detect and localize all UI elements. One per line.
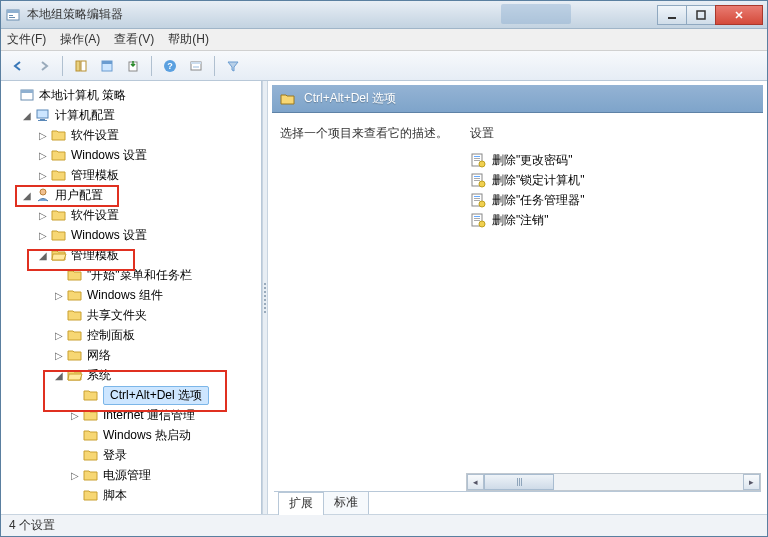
tree-item[interactable]: "开始"菜单和任务栏 bbox=[51, 265, 259, 285]
expand-icon[interactable]: ▷ bbox=[53, 330, 65, 341]
collapse-icon[interactable]: ◢ bbox=[21, 110, 33, 121]
tree-label: Ctrl+Alt+Del 选项 bbox=[103, 386, 209, 405]
tab-extended[interactable]: 扩展 bbox=[278, 492, 324, 515]
tabs-container: 扩展 标准 bbox=[274, 491, 761, 514]
scroll-left-button[interactable]: ◂ bbox=[467, 474, 484, 490]
folder-open-icon bbox=[67, 367, 83, 383]
expand-icon[interactable]: ▷ bbox=[37, 130, 49, 141]
close-button[interactable] bbox=[715, 5, 763, 25]
expand-icon[interactable]: ▷ bbox=[53, 290, 65, 301]
expand-icon[interactable]: ▷ bbox=[69, 470, 81, 481]
svg-rect-39 bbox=[474, 218, 480, 219]
setting-label: 删除"锁定计算机" bbox=[492, 172, 585, 189]
svg-rect-17 bbox=[21, 90, 33, 93]
folder-icon bbox=[67, 267, 83, 283]
folder-icon bbox=[67, 327, 83, 343]
tree-item[interactable]: ▷Internet 通信管理 bbox=[67, 405, 259, 425]
folder-icon bbox=[51, 227, 67, 243]
maximize-button[interactable] bbox=[686, 5, 716, 25]
properties-button[interactable] bbox=[96, 55, 118, 77]
folder-icon bbox=[83, 487, 99, 503]
setting-item[interactable]: 删除"任务管理器" bbox=[470, 190, 755, 210]
expand-icon[interactable]: ▷ bbox=[37, 210, 49, 221]
scroll-right-button[interactable]: ▸ bbox=[743, 474, 760, 490]
setting-label: 删除"注销" bbox=[492, 212, 549, 229]
policy-icon bbox=[19, 87, 35, 103]
collapse-icon[interactable]: ◢ bbox=[37, 250, 49, 261]
tree-label: 登录 bbox=[103, 447, 127, 464]
svg-rect-40 bbox=[474, 220, 480, 221]
window-controls bbox=[658, 5, 763, 25]
expand-icon[interactable]: ▷ bbox=[37, 150, 49, 161]
menu-file[interactable]: 文件(F) bbox=[7, 31, 46, 48]
folder-icon bbox=[67, 307, 83, 323]
tree-item[interactable]: 脚本 bbox=[67, 485, 259, 505]
tree-item[interactable]: ▷软件设置 bbox=[35, 125, 259, 145]
setting-item[interactable]: 删除"锁定计算机" bbox=[470, 170, 755, 190]
tree-root-node[interactable]: 本地计算机 策略 bbox=[3, 85, 259, 105]
expand-icon[interactable]: ▷ bbox=[37, 170, 49, 181]
expand-icon[interactable]: ▷ bbox=[53, 350, 65, 361]
description-text: 选择一个项目来查看它的描述。 bbox=[280, 126, 448, 140]
folder-icon bbox=[280, 92, 296, 106]
ghost-overlay bbox=[501, 4, 571, 24]
content-title: Ctrl+Alt+Del 选项 bbox=[304, 90, 396, 107]
folder-icon bbox=[83, 407, 99, 423]
forward-button[interactable] bbox=[33, 55, 55, 77]
settings-column: 设置 删除"更改密码" 删除"锁定计算机" 删除"任务管理器" 删除"注销" bbox=[466, 121, 759, 467]
collapse-icon[interactable]: ◢ bbox=[53, 370, 65, 381]
expand-icon[interactable]: ▷ bbox=[69, 410, 81, 421]
tree-item[interactable]: ▷网络 bbox=[51, 345, 259, 365]
back-button[interactable] bbox=[7, 55, 29, 77]
setting-item[interactable]: 删除"注销" bbox=[470, 210, 755, 230]
minimize-button[interactable] bbox=[657, 5, 687, 25]
svg-rect-38 bbox=[474, 216, 480, 217]
toolbar-sep bbox=[214, 56, 215, 76]
tree-label: 电源管理 bbox=[103, 467, 151, 484]
tree-item[interactable]: 共享文件夹 bbox=[51, 305, 259, 325]
right-pane: Ctrl+Alt+Del 选项 选择一个项目来查看它的描述。 设置 删除"更改密… bbox=[268, 81, 767, 514]
tree-item[interactable]: Windows 热启动 bbox=[67, 425, 259, 445]
export-button[interactable] bbox=[122, 55, 144, 77]
horizontal-scrollbar[interactable]: ◂ ▸ bbox=[466, 473, 761, 491]
content-area: 选择一个项目来查看它的描述。 设置 删除"更改密码" 删除"锁定计算机" 删除"… bbox=[268, 117, 767, 467]
tab-standard[interactable]: 标准 bbox=[323, 491, 369, 514]
setting-icon bbox=[470, 152, 486, 168]
tree-ctrl-alt-del[interactable]: Ctrl+Alt+Del 选项 bbox=[67, 385, 259, 405]
setting-item[interactable]: 删除"更改密码" bbox=[470, 150, 755, 170]
tree-item[interactable]: ▷电源管理 bbox=[67, 465, 259, 485]
options-button[interactable] bbox=[185, 55, 207, 77]
menu-action[interactable]: 操作(A) bbox=[60, 31, 100, 48]
tree-label: 脚本 bbox=[103, 487, 127, 504]
show-tree-button[interactable] bbox=[70, 55, 92, 77]
svg-rect-19 bbox=[40, 119, 45, 120]
tree-item[interactable]: ▷管理模板 bbox=[35, 165, 259, 185]
tree-item[interactable]: ▷软件设置 bbox=[35, 205, 259, 225]
collapse-icon[interactable]: ◢ bbox=[21, 190, 33, 201]
expand-icon[interactable]: ▷ bbox=[37, 230, 49, 241]
filter-button[interactable] bbox=[222, 55, 244, 77]
svg-point-26 bbox=[479, 161, 485, 167]
tree-item[interactable]: ▷Windows 设置 bbox=[35, 225, 259, 245]
tree-computer-config[interactable]: ◢ 计算机配置 bbox=[19, 105, 259, 125]
tree-label: 管理模板 bbox=[71, 247, 119, 264]
toolbar: ? bbox=[1, 51, 767, 81]
tree-user-config[interactable]: ◢ 用户配置 bbox=[19, 185, 259, 205]
tree-item[interactable]: ▷Windows 组件 bbox=[51, 285, 259, 305]
tree-label: Windows 组件 bbox=[87, 287, 163, 304]
svg-point-21 bbox=[40, 189, 46, 195]
tree-system[interactable]: ◢ 系统 bbox=[51, 365, 259, 385]
tree-item[interactable]: 登录 bbox=[67, 445, 259, 465]
menu-help[interactable]: 帮助(H) bbox=[168, 31, 209, 48]
scroll-thumb[interactable] bbox=[484, 474, 554, 490]
tree-label: Windows 设置 bbox=[71, 227, 147, 244]
tree-item[interactable]: ▷Windows 设置 bbox=[35, 145, 259, 165]
scroll-track[interactable] bbox=[484, 474, 743, 490]
tree-item[interactable]: ▷控制面板 bbox=[51, 325, 259, 345]
help-button[interactable]: ? bbox=[159, 55, 181, 77]
tree-pane[interactable]: 本地计算机 策略 ◢ 计算机配置 ▷软件设置 ▷Windows 设置 bbox=[1, 81, 262, 514]
folder-icon bbox=[51, 207, 67, 223]
tree-admin-templates[interactable]: ◢ 管理模板 bbox=[35, 245, 259, 265]
tree-label: 本地计算机 策略 bbox=[39, 87, 126, 104]
menu-view[interactable]: 查看(V) bbox=[114, 31, 154, 48]
